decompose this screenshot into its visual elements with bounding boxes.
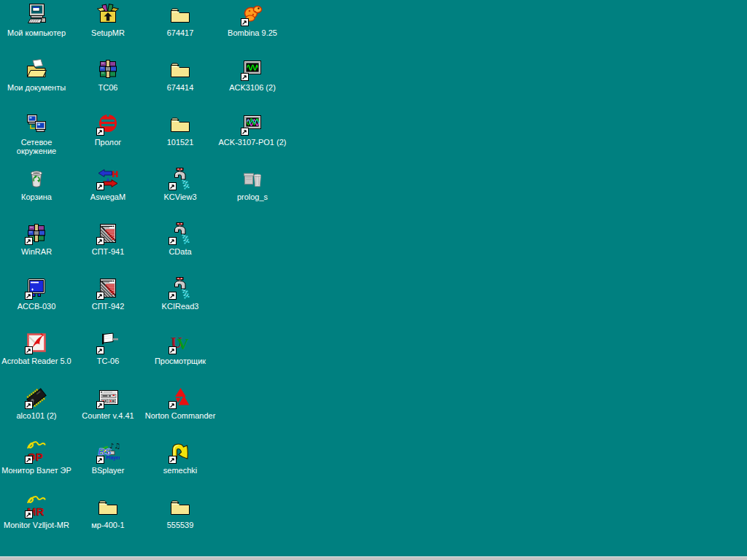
desktop-icon-monitor-vzlljot-mr[interactable]: Monitor Vzlljot-MR [1,495,71,548]
desktop-icon-label: Просмотрщик [155,357,206,365]
desktop-icon-label: 674417 [167,28,194,37]
desktop-icon-label: Монитор Взлет ЭР [1,466,71,475]
desktop-icon-accb-030[interactable]: ACCB-030 [1,276,71,329]
bombina-creature-icon [241,3,264,26]
desktop-icon-label: alco101 (2) [16,411,56,420]
desktop-icon-bsplayer[interactable]: BSplayer [73,440,143,493]
desktop-icon-label: ACK3106 (2) [229,83,276,92]
my-documents-folder-icon [25,58,48,81]
shortcut-arrow-icon [241,18,249,26]
desktop-icon-label: AswegaM [90,192,125,201]
desktop-icon-alco101-2[interactable]: alco101 (2) [1,386,71,438]
shortcut-arrow-icon [169,292,177,300]
desktop-icon-folder-101521[interactable]: 101521 [145,112,215,165]
my-computer-icon [25,3,48,26]
norton-commander-triangles-icon [169,386,192,409]
recycle-bin-icon [25,167,48,190]
desktop-icon-label: ACCB-030 [18,302,56,311]
desktop-icon-label: Корзина [21,192,52,201]
taskbar-hidden-edge[interactable] [0,556,747,560]
desktop-icon-label: мр-400-1 [91,521,124,529]
desktop-icon-label: СПТ-942 [92,302,125,311]
shortcut-arrow-icon [169,237,177,245]
desktop-icon-folder-674417[interactable]: 674417 [145,3,215,55]
microchip-icon [25,386,48,409]
winrar-books-icon [25,222,48,245]
shortcut-arrow-icon [169,456,177,464]
desktop-icon-prolog-s[interactable]: prolog_s [217,167,287,219]
desktop-icon-kcview3[interactable]: KCView3 [145,167,215,219]
desktop-icon-label: Counter v.4.41 [82,411,133,420]
shortcut-arrow-icon [169,346,177,354]
uv-letters-icon [169,331,192,354]
desktop-icon-label: KCIRead3 [162,302,199,311]
desktop-icon-my-computer[interactable]: Мой компьютер [1,3,71,55]
network-neighborhood-icon [25,112,48,136]
shortcut-arrow-icon [25,237,33,245]
shortcut-arrow-icon [96,182,104,190]
vzljot-mr-logo-icon [25,495,48,518]
prolog-gray-bins-icon [241,167,264,190]
oscilloscope-multi-wave-icon [241,112,264,136]
desktop-icon-label: Acrobat Reader 5.0 [1,357,71,365]
acrobat-reader-icon [25,331,48,354]
desktop-icon-label: Мой компьютер [7,28,66,37]
folder-icon [169,58,192,81]
shortcut-arrow-icon [96,128,104,136]
desktop-icon-label: KCView3 [163,192,196,201]
desktop-icon-aswegam[interactable]: AswegaM [73,167,143,219]
vzljot-er-logo-icon [25,440,48,464]
desktop-icon-norton-commander[interactable]: Norton Commander [145,386,215,438]
desktop-icon-label: СПТ-941 [92,247,125,256]
desktop-icon-counter-v441[interactable]: Counter v.4.41 [73,386,143,438]
desktop-icon-semechki[interactable]: semechki [145,440,215,493]
desktop-icon-folder-555539[interactable]: 555539 [145,495,215,548]
shortcut-arrow-icon [25,292,33,300]
desktop-icon-bombina-9-25[interactable]: Bombina 9.25 [217,3,287,55]
desktop-icon-label: Norton Commander [145,411,216,420]
aswega-arrows-icon [96,167,120,190]
shortcut-arrow-icon [25,346,33,354]
desktop-icon-label: TC06 [98,83,118,92]
desktop-icon-my-documents[interactable]: Мои документы [1,58,71,110]
winrar-setup-box-icon [96,3,120,26]
desktop-icon-kciread3[interactable]: KCIRead3 [145,276,215,329]
desktop-icon-ack3106-2[interactable]: ACK3106 (2) [217,58,287,110]
folder-icon [169,112,192,136]
shortcut-arrow-icon [169,401,177,409]
bsplayer-logo-icon [96,440,120,464]
desktop-icon-prolog[interactable]: Пролог [73,112,143,165]
faucet-icon [169,222,192,245]
desktop-icon-label: Bombina 9.25 [228,28,277,37]
shortcut-arrow-icon [96,401,104,409]
desktop-icon-label: prolog_s [237,192,268,201]
shortcut-arrow-icon [241,73,249,81]
desktop-icon-tc-06[interactable]: TC-06 [73,331,143,384]
desktop[interactable]: Мой компьютерSetupMR674417Bombina 9.25Мо… [0,0,747,560]
desktop-icon-acrobat-reader-5-0[interactable]: Acrobat Reader 5.0 [1,331,71,384]
shortcut-arrow-icon [169,182,177,190]
desktop-icon-recycle-bin[interactable]: Корзина [1,167,71,219]
desktop-icon-mr-400-1[interactable]: мр-400-1 [73,495,143,548]
spt-document-icon [96,276,120,300]
desktop-icon-setupmr[interactable]: SetupMR [73,3,143,55]
desktop-icon-cdata[interactable]: CData [145,222,215,274]
desktop-icon-network-neighborhood[interactable]: Сетевое окружение [1,112,71,165]
shortcut-arrow-icon [25,401,33,409]
desktop-icon-winrar[interactable]: WinRAR [1,222,71,274]
desktop-icon-monitor-vzljot-er[interactable]: Монитор Взлет ЭР [1,440,71,493]
winrar-books-icon [96,58,120,81]
shortcut-arrow-icon [96,346,104,354]
desktop-icon-label: BSplayer [92,466,125,475]
spt-document-icon [96,222,120,245]
desktop-icon-ack-3107-po1-2[interactable]: ACK-3107-PO1 (2) [217,112,287,165]
desktop-icon-spt-942[interactable]: СПТ-942 [73,276,143,329]
desktop-icon-folder-674414[interactable]: 674414 [145,58,215,110]
desktop-icon-label: Сетевое окружение [8,138,65,155]
yellow-arrow-icon [169,440,192,464]
desktop-icon-prosmotrschik[interactable]: Просмотрщик [145,331,215,384]
desktop-icon-tc06[interactable]: TC06 [73,58,143,110]
desktop-icon-spt-941[interactable]: СПТ-941 [73,222,143,274]
oscilloscope-green-wave-icon [241,58,264,81]
shortcut-arrow-icon [96,237,104,245]
